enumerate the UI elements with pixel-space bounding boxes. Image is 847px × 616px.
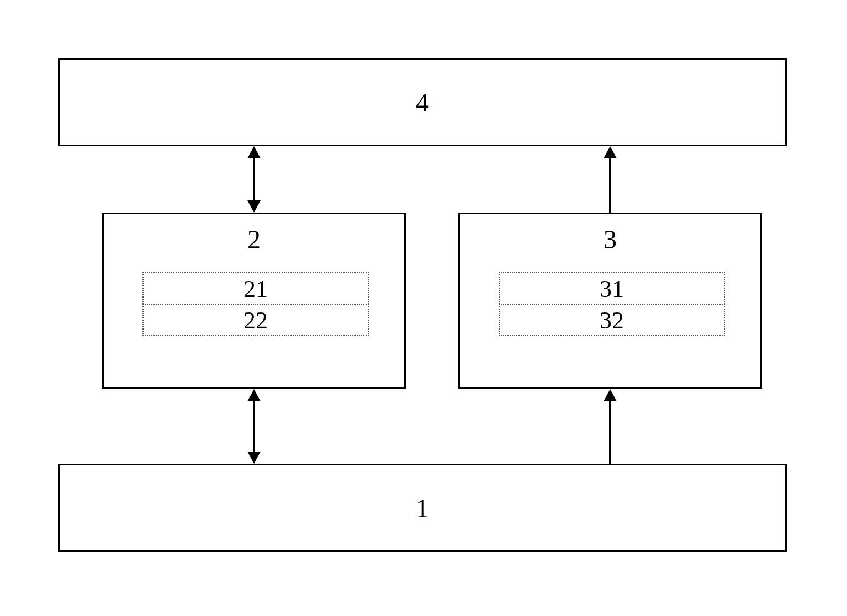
block-3: 3 31 32 [458,213,762,389]
arrow-1-to-3-head-up [604,389,617,401]
arrow-4-to-2-head-up [247,146,261,158]
block-3-inner: 31 32 [499,272,725,336]
block-2-inner-bottom-label: 22 [243,306,268,334]
block-2-inner-top-label: 21 [243,275,268,303]
block-4: 4 [58,58,787,146]
block-2-inner-top: 21 [142,272,369,304]
arrow-1-to-2-line [253,401,255,452]
block-2-inner-bottom: 22 [142,304,369,336]
block-1: 1 [58,464,787,552]
block-4-label: 4 [416,87,429,118]
arrow-4-to-2-line [253,158,255,200]
block-3-inner-top-label: 31 [600,275,624,303]
arrow-1-to-2-head-down [247,452,261,464]
arrow-3-to-4-head-up [604,146,617,158]
block-3-inner-bottom-label: 32 [600,306,624,334]
block-2-label: 2 [247,224,261,254]
arrow-1-to-2-head-up [247,389,261,401]
arrow-1-to-3-line [609,401,611,464]
block-2: 2 21 22 [102,213,406,389]
arrow-4-to-2-head-down [247,200,261,213]
block-3-inner-top: 31 [499,272,725,304]
arrow-3-to-4-line [609,158,611,213]
block-3-label: 3 [604,224,617,254]
block-2-inner: 21 22 [142,272,369,336]
block-1-label: 1 [416,493,429,523]
block-3-inner-bottom: 32 [499,304,725,336]
